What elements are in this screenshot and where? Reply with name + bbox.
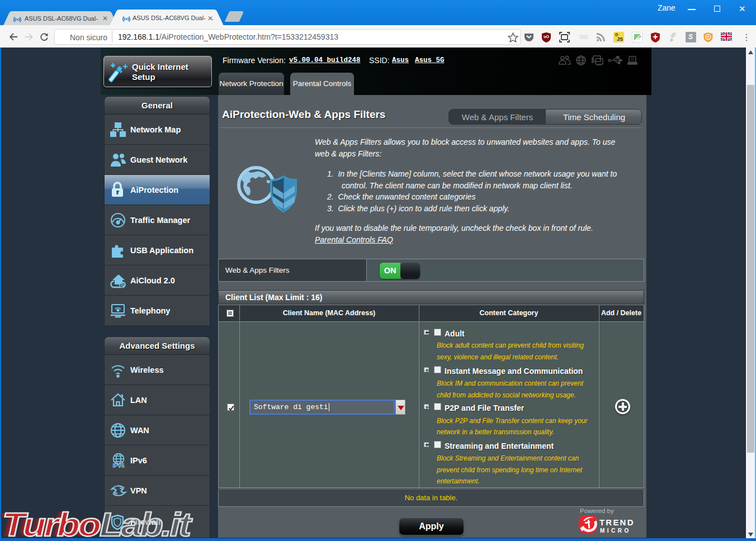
svg-text:TREND: TREND <box>599 518 635 527</box>
svg-text:MICRO: MICRO <box>600 528 631 534</box>
svg-text:uO: uO <box>544 35 549 39</box>
svg-text:IPv6: IPv6 <box>112 462 125 469</box>
